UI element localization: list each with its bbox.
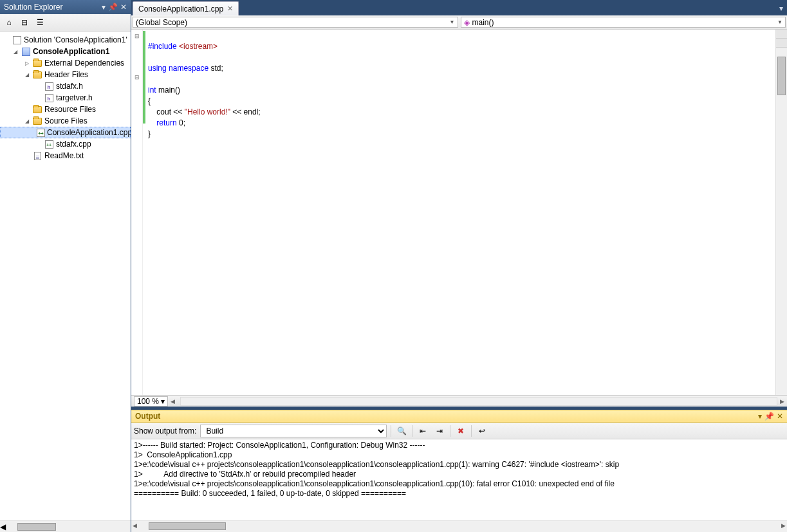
home-icon: ⌂ — [6, 18, 11, 27]
scope-bar: (Global Scope) ▼ ◈ main() ▼ — [131, 15, 787, 30]
output-text[interactable]: 1>------ Build started: Project: Console… — [131, 439, 787, 520]
collapse-icon: ⊟ — [21, 18, 28, 27]
folder-icon — [32, 105, 42, 114]
solution-icon — [12, 35, 22, 44]
tree-label: stdafx.cpp — [56, 140, 91, 149]
tree-label: targetver.h — [56, 93, 93, 102]
word-wrap-button[interactable]: ↩ — [476, 425, 488, 437]
clear-icon: ✖ — [458, 427, 464, 436]
editor-hscroll[interactable] — [180, 397, 777, 406]
panel-dropdown-icon[interactable]: ▾ — [758, 412, 762, 421]
scope-left-value: (Global Scope) — [136, 18, 187, 27]
tree-file-readme[interactable]: ReadMe.txt — [0, 150, 131, 161]
code-editor-pane: ConsoleApplication1.cpp ✕ ▾ (Global Scop… — [131, 0, 787, 407]
tab-label: ConsoleApplication1.cpp — [138, 5, 223, 14]
tree-solution-node[interactable]: Solution 'ConsoleApplication1' — [0, 34, 131, 46]
scope-right-value: main() — [472, 18, 494, 27]
tree-label: ConsoleApplication1.cpp — [47, 128, 131, 137]
scrollbar-thumb[interactable] — [149, 522, 226, 530]
project-icon — [21, 47, 31, 56]
next-icon: ⇥ — [436, 427, 443, 436]
output-hscroll[interactable]: ◀ ▶ — [131, 520, 787, 532]
prev-message-button[interactable]: ⇤ — [416, 425, 429, 437]
close-icon[interactable]: ✕ — [120, 3, 127, 12]
scope-dropdown-left[interactable]: (Global Scope) ▼ — [133, 17, 458, 28]
folder-icon — [32, 59, 42, 68]
code-body[interactable]: #include <iostream> using namespace std;… — [143, 30, 775, 395]
chevron-down-icon: ▼ — [450, 19, 455, 25]
output-header: Output ▾ 📌 ✕ — [131, 410, 787, 423]
solution-explorer-panel: Solution Explorer ▾ 📌 ✕ ⌂ ⊟ ☰ Solution '… — [0, 0, 131, 532]
expander-icon[interactable] — [3, 36, 10, 44]
tree-file-consoleapp-cpp[interactable]: ++ ConsoleApplication1.cpp — [0, 127, 131, 138]
solution-explorer-hscroll[interactable]: ◀ — [0, 520, 131, 532]
tree-label: Solution 'ConsoleApplication1' — [24, 35, 127, 44]
find-icon: 🔍 — [397, 427, 407, 436]
code-area[interactable]: ⊟ ⊟ #include <iostream> using namespace … — [131, 30, 787, 395]
panel-dropdown-icon[interactable]: ▾ — [102, 3, 106, 12]
folder-icon — [32, 116, 42, 125]
wrap-icon: ↩ — [479, 427, 485, 436]
cpp-file-icon: ++ — [37, 128, 45, 137]
find-message-button[interactable]: 🔍 — [395, 425, 408, 437]
tree-label: ReadMe.txt — [44, 151, 84, 160]
scope-dropdown-right[interactable]: ◈ main() ▼ — [461, 17, 786, 28]
chevron-down-icon: ▼ — [777, 19, 782, 25]
chevron-down-icon: ▾ — [161, 397, 165, 406]
tree-label: External Dependencies — [44, 59, 124, 68]
tree-label: ConsoleApplication1 — [33, 47, 109, 56]
output-toolbar: Show output from: Build 🔍 ⇤ ⇥ ✖ ↩ — [131, 423, 787, 439]
folder-icon — [32, 70, 42, 79]
tab-overflow-button[interactable]: ▾ — [775, 1, 787, 15]
fold-gutter[interactable]: ⊟ ⊟ — [131, 30, 143, 395]
close-icon[interactable]: ✕ — [777, 412, 783, 421]
output-panel: Output ▾ 📌 ✕ Show output from: Build 🔍 ⇤… — [131, 410, 787, 532]
cpp-file-icon: ++ — [44, 140, 54, 149]
editor-footer: 100 % ▾ ◀ ▶ — [131, 395, 787, 407]
scrollbar-thumb[interactable] — [17, 523, 56, 531]
zoom-value: 100 % — [137, 397, 159, 406]
tab-consoleapp-cpp[interactable]: ConsoleApplication1.cpp ✕ — [133, 1, 239, 15]
pin-icon[interactable]: 📌 — [108, 3, 118, 12]
tree-resource-files[interactable]: Resource Files — [0, 104, 131, 115]
prev-icon: ⇤ — [420, 427, 426, 436]
close-tab-icon[interactable]: ✕ — [227, 5, 233, 13]
nav-toggle-button[interactable] — [776, 39, 787, 48]
text-file-icon — [32, 151, 42, 160]
zoom-dropdown[interactable]: 100 % ▾ — [134, 396, 168, 407]
next-message-button[interactable]: ⇥ — [433, 425, 446, 437]
tree-source-files[interactable]: ◢ Source Files — [0, 115, 131, 127]
tree-file-stdafx-h[interactable]: h stdafx.h — [0, 80, 131, 92]
tree-file-targetver-h[interactable]: h targetver.h — [0, 92, 131, 104]
solution-explorer-header: Solution Explorer ▾ 📌 ✕ — [0, 0, 131, 14]
tree-project-node[interactable]: ◢ ConsoleApplication1 — [0, 46, 131, 57]
home-button[interactable]: ⌂ — [3, 16, 15, 29]
scrollbar-thumb[interactable] — [777, 57, 786, 95]
clear-all-button[interactable]: ✖ — [454, 425, 467, 437]
output-title: Output — [135, 412, 758, 421]
editor-vscroll[interactable] — [775, 30, 787, 395]
tree-label: Resource Files — [44, 105, 96, 114]
show-output-from-label: Show output from: — [134, 427, 196, 436]
tree-label: Source Files — [44, 116, 88, 125]
tree-header-files[interactable]: ◢ Header Files — [0, 69, 131, 80]
split-button[interactable] — [776, 30, 787, 39]
output-source-dropdown[interactable]: Build — [200, 425, 387, 437]
solution-tree: Solution 'ConsoleApplication1' ◢ Console… — [0, 32, 131, 520]
tree-label: stdafx.h — [56, 82, 83, 91]
expander-icon[interactable]: ▷ — [23, 59, 31, 67]
editor-tab-row: ConsoleApplication1.cpp ✕ ▾ — [131, 0, 787, 15]
tree-file-stdafx-cpp[interactable]: ++ stdafx.cpp — [0, 138, 131, 150]
expander-icon[interactable]: ◢ — [23, 71, 31, 78]
h-file-icon: h — [44, 82, 54, 91]
collapse-all-button[interactable]: ⊟ — [18, 16, 31, 29]
tree-external-deps[interactable]: ▷ External Dependencies — [0, 57, 131, 69]
method-icon: ◈ — [464, 18, 470, 27]
properties-button[interactable]: ☰ — [33, 16, 46, 29]
pin-icon[interactable]: 📌 — [764, 412, 774, 421]
expander-icon[interactable]: ◢ — [12, 48, 19, 55]
properties-icon: ☰ — [37, 18, 44, 27]
tree-label: Header Files — [44, 70, 88, 79]
h-file-icon: h — [44, 93, 54, 102]
expander-icon[interactable]: ◢ — [23, 117, 31, 125]
